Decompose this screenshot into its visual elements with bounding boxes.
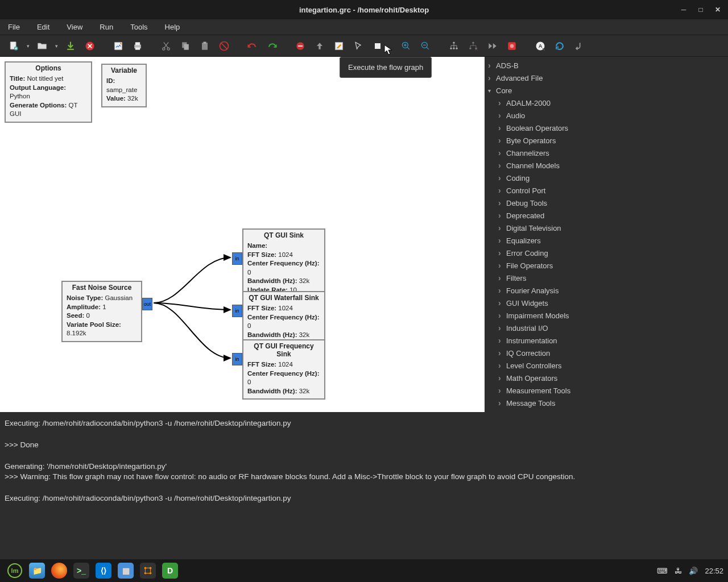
zoom-in-icon[interactable]	[398, 38, 414, 54]
tree-item-math-operators[interactable]: Math Operators	[485, 372, 728, 384]
copy-button[interactable]	[177, 38, 193, 54]
edit-icon[interactable]	[331, 38, 347, 54]
svg-point-25	[469, 47, 471, 49]
open-file-button[interactable]	[34, 38, 50, 54]
return-icon[interactable]	[571, 38, 587, 54]
delete-button[interactable]	[216, 38, 232, 54]
tree-item-channelizers[interactable]: Channelizers	[485, 147, 728, 159]
tree-item-deprecated[interactable]: Deprecated	[485, 209, 728, 222]
tree-item-gui-widgets[interactable]: GUI Widgets	[485, 297, 728, 309]
open-file-dropdown[interactable]: ▾	[53, 43, 59, 49]
tree-item-error-coding[interactable]: Error Coding	[485, 247, 728, 259]
error-circle-icon[interactable]	[292, 38, 308, 54]
redo-button[interactable]	[264, 38, 280, 54]
terminal-icon[interactable]: >_	[71, 560, 92, 581]
search-button[interactable]: A	[532, 38, 548, 54]
module-tree[interactable]: ADS-B Advanced File Core ADALM-2000Audio…	[485, 57, 728, 412]
gnuradio-icon[interactable]	[138, 560, 158, 581]
window-title: integartion.grc - /home/rohit/Desktop	[299, 6, 429, 14]
screenshot-button[interactable]	[110, 38, 126, 54]
tree-icon[interactable]	[446, 38, 462, 54]
block-qt-gui-sink[interactable]: QT GUI Sink Name: FFT Size: 1024 Center …	[242, 228, 325, 298]
new-file-dropdown[interactable]: ▾	[25, 43, 31, 49]
new-file-button[interactable]	[6, 38, 22, 54]
svg-point-23	[456, 47, 457, 49]
tree-item-message-tools[interactable]: Message Tools	[485, 397, 728, 409]
keyboard-icon[interactable]: ⌨	[657, 567, 668, 575]
close-file-button[interactable]	[82, 38, 98, 54]
block-noise-body: Noise Type: Gaussian Amplitude: 1 Seed: …	[63, 293, 141, 341]
vscode-icon[interactable]: ⟨⟩	[93, 560, 114, 581]
block-variable[interactable]: Variable ID: samp_rate Value: 32k	[101, 64, 147, 107]
tree-item-core[interactable]: Core	[485, 84, 728, 97]
block-options[interactable]: Options Title: Not titled yet Output Lan…	[5, 61, 92, 123]
menu-view[interactable]: View	[63, 22, 86, 32]
tree-cut-icon[interactable]	[465, 38, 481, 54]
print-button[interactable]	[130, 38, 146, 54]
tree-item-level-controllers[interactable]: Level Controllers	[485, 359, 728, 372]
tree-item-coding[interactable]: Coding	[485, 172, 728, 184]
menu-edit[interactable]: Edit	[34, 22, 53, 32]
tree-item-misc[interactable]: Misc	[485, 409, 728, 412]
block-qt-gui-frequency-sink[interactable]: QT GUI Frequency Sink FFT Size: 1024 Cen…	[242, 339, 325, 400]
svg-point-8	[167, 47, 169, 49]
record-icon[interactable]	[504, 38, 520, 54]
zoom-out-icon[interactable]	[417, 38, 433, 54]
tree-item-digital-television[interactable]: Digital Television	[485, 222, 728, 234]
undo-button[interactable]	[245, 38, 260, 54]
menu-run[interactable]: Run	[96, 22, 117, 32]
network-icon[interactable]: 🖧	[675, 567, 682, 575]
port-in[interactable]: in	[232, 305, 242, 317]
app-d-icon[interactable]: D	[160, 560, 180, 581]
close-button[interactable]: ✕	[711, 3, 725, 16]
port-in[interactable]: in	[232, 252, 242, 265]
fast-forward-icon[interactable]	[485, 38, 500, 54]
maximize-button[interactable]: □	[694, 3, 708, 16]
menu-file[interactable]: File	[5, 22, 23, 32]
rotate-icon[interactable]	[312, 38, 328, 54]
tree-item-channel-models[interactable]: Channel Models	[485, 159, 728, 172]
tree-item-audio[interactable]: Audio	[485, 109, 728, 122]
stop-button[interactable]	[370, 38, 386, 54]
svg-point-20	[453, 41, 454, 43]
tree-item-control-port[interactable]: Control Port	[485, 184, 728, 197]
tree-item-measurement-tools[interactable]: Measurement Tools	[485, 384, 728, 397]
tree-item-debug-tools[interactable]: Debug Tools	[485, 197, 728, 209]
port-in[interactable]: in	[232, 353, 242, 365]
block-qt-gui-waterfall-sink[interactable]: QT GUI Waterfall Sink FFT Size: 1024 Cen…	[242, 291, 325, 343]
tree-item-equalizers[interactable]: Equalizers	[485, 234, 728, 247]
firefox-icon[interactable]	[49, 560, 69, 581]
file-manager-icon[interactable]: 📁	[27, 560, 47, 581]
tree-item-impairment-models[interactable]: Impairment Models	[485, 309, 728, 322]
minimize-button[interactable]: ─	[677, 3, 690, 16]
svg-rect-5	[135, 42, 140, 45]
tree-item-adalm-2000[interactable]: ADALM-2000	[485, 97, 728, 109]
port-out[interactable]: out	[142, 298, 152, 310]
app-grid-icon[interactable]: ▦	[115, 560, 136, 581]
menu-help[interactable]: Help	[162, 22, 184, 32]
select-icon[interactable]	[350, 38, 366, 54]
tree-item-industrial-i-o[interactable]: Industrial I/O	[485, 322, 728, 334]
reload-button[interactable]	[552, 38, 568, 54]
tree-item-iq-correction[interactable]: IQ Correction	[485, 347, 728, 359]
tree-item-fourier-analysis[interactable]: Fourier Analysis	[485, 284, 728, 297]
paste-button[interactable]	[197, 38, 213, 54]
tree-item-filters[interactable]: Filters	[485, 272, 728, 284]
console-line: Generating: '/home/rohit/Desktop/integar…	[5, 462, 723, 472]
tree-item-byte-operators[interactable]: Byte Operators	[485, 134, 728, 147]
tree-item-advanced-file[interactable]: Advanced File	[485, 72, 728, 84]
save-button[interactable]	[63, 38, 78, 54]
start-menu-button[interactable]: lm	[5, 560, 25, 581]
tree-item-boolean-operators[interactable]: Boolean Operators	[485, 122, 728, 134]
flowgraph-canvas[interactable]: Options Title: Not titled yet Output Lan…	[0, 57, 485, 412]
clock[interactable]: 22:52	[705, 567, 723, 575]
tree-item-ads-b[interactable]: ADS-B	[485, 59, 728, 72]
svg-rect-11	[202, 43, 208, 50]
tree-item-instrumentation[interactable]: Instrumentation	[485, 334, 728, 347]
menu-tools[interactable]: Tools	[127, 22, 151, 32]
block-qt-freq-body: FFT Size: 1024 Center Frequency (Hz): 0 …	[243, 359, 324, 398]
block-fast-noise-source[interactable]: Fast Noise Source Noise Type: Gaussian A…	[61, 281, 142, 342]
cut-button[interactable]	[158, 38, 174, 54]
volume-icon[interactable]: 🔊	[689, 567, 698, 575]
tree-item-file-operators[interactable]: File Operators	[485, 259, 728, 272]
